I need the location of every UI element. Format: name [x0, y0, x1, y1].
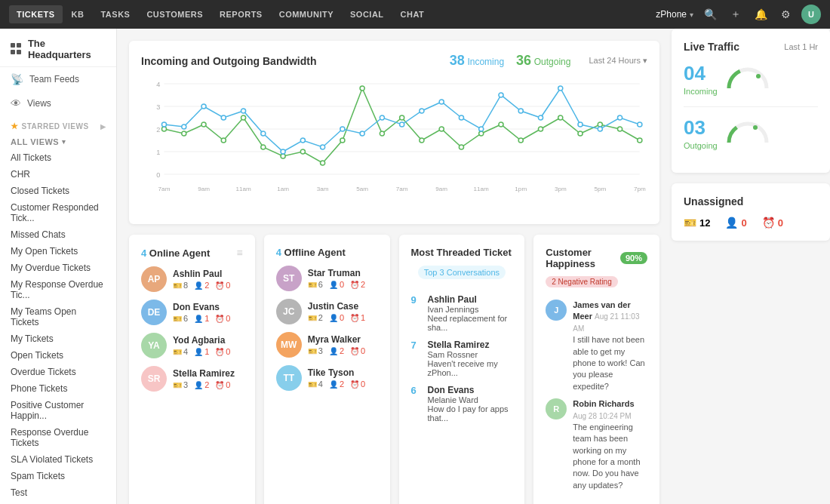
thread-num: 6: [411, 385, 422, 423]
sidebar-link[interactable]: All Tickets: [0, 149, 116, 166]
thread-info: Ashlin Paul Ivan Jennings Need replaceme…: [428, 294, 513, 332]
sidebar-link[interactable]: My Tickets: [0, 330, 116, 347]
svg-point-34: [380, 131, 384, 136]
svg-point-38: [459, 145, 463, 149]
all-views-row[interactable]: ALL VIEWS ▾: [0, 134, 116, 149]
bandwidth-card: Incoming and Outgoing Bandwidth 38 Incom…: [129, 41, 659, 224]
add-icon[interactable]: ＋: [727, 6, 744, 23]
feedback-list: J James van der Meer Aug 21 11:03 AM I s…: [546, 300, 647, 491]
nav-chat[interactable]: CHAT: [393, 5, 432, 23]
unassigned-overdue-count: 0: [778, 217, 783, 229]
svg-text:7am: 7am: [158, 186, 171, 192]
sidebar-link[interactable]: Spam Tickets: [0, 468, 116, 484]
overdue-stat: ⏰0: [350, 346, 365, 355]
sidebar-link[interactable]: Missed Chats: [0, 226, 116, 243]
incoming-gauge: [725, 66, 770, 92]
bottom-row: 4 Online Agent ≡ AP Ashlin Paul 🎫8 👤2 ⏰0…: [129, 235, 659, 504]
reassign-stat: 👤2: [194, 281, 209, 290]
sidebar-link[interactable]: Test: [0, 484, 116, 501]
nav-reports[interactable]: REPORTS: [212, 5, 270, 23]
nav-social[interactable]: SOCIAL: [343, 5, 392, 23]
svg-point-74: [753, 125, 758, 130]
user-avatar[interactable]: U: [801, 5, 821, 24]
agent-avatar: TT: [276, 365, 302, 391]
svg-text:0: 0: [156, 171, 160, 179]
bandwidth-header: Incoming and Outgoing Bandwidth 38 Incom…: [141, 53, 647, 69]
agent-name: Justin Case: [308, 301, 365, 312]
agent-stats: 🎫3 👤2 ⏰0: [308, 346, 365, 355]
nav-customers[interactable]: CUSTOMERS: [139, 5, 211, 23]
svg-text:5pm: 5pm: [594, 186, 606, 192]
feedback-row: R Robin Richards Aug 28 10:24 PM The eng…: [546, 398, 647, 491]
lt-incoming-label: Incoming: [684, 87, 718, 96]
outgoing-gauge: [725, 120, 770, 146]
sidebar-link[interactable]: My Open Tickets: [0, 243, 116, 260]
lt-outgoing-gauge-row: 03 Outgoing: [684, 116, 818, 150]
svg-point-73: [756, 74, 761, 78]
feedback-text: James van der Meer Aug 21 11:03 AM I sti…: [573, 300, 647, 392]
svg-text:9am: 9am: [198, 186, 210, 192]
sidebar-link[interactable]: Phone Tickets: [0, 380, 116, 397]
sidebar-org-header[interactable]: The Headquarters: [0, 29, 116, 67]
sidebar-link[interactable]: Response Overdue Tickets: [0, 424, 116, 451]
svg-text:7am: 7am: [396, 186, 408, 192]
lt-outgoing-number: 03: [684, 116, 718, 140]
sidebar-link[interactable]: Closed Tickets: [0, 183, 116, 199]
sidebar-item-views[interactable]: 👁 Views: [0, 91, 116, 115]
sidebar-link[interactable]: CHR: [0, 166, 116, 183]
feedback-name: Robin Richards: [573, 399, 634, 408]
overdue-stat-icon: ⏰: [215, 348, 224, 356]
reassign-stat: 👤1: [194, 347, 209, 356]
nav-tickets[interactable]: TICKETS: [9, 5, 63, 23]
sidebar-link[interactable]: Customer Responded Tick...: [0, 199, 116, 226]
agent-name: Yod Agbaria: [173, 335, 230, 346]
grid-icon: [11, 43, 22, 55]
ticket-stat-icon: 🎫: [308, 347, 317, 355]
sidebar-item-team-feeds[interactable]: 📡 Team Feeds: [0, 67, 116, 91]
overdue-stat-icon: ⏰: [350, 347, 359, 355]
svg-point-25: [201, 122, 206, 127]
agent-stats: 🎫4 👤2 ⏰0: [308, 380, 365, 389]
reassign-stat-icon: 👤: [194, 348, 203, 356]
svg-point-71: [618, 115, 622, 120]
agent-avatar: JC: [276, 299, 302, 324]
sidebar-link[interactable]: Positive Customer Happin...: [0, 397, 116, 424]
sidebar-link[interactable]: My Response Overdue Tic...: [0, 276, 116, 303]
thread-subject: Haven't receive my zPhon...: [428, 359, 513, 377]
thread-subtitle: Top 3 Conversations: [418, 266, 506, 279]
sidebar-link[interactable]: SLA Violated Tickets: [0, 451, 116, 468]
sidebar-link[interactable]: Open Tickets: [0, 347, 116, 364]
sidebar-link[interactable]: My Overdue Tickets: [0, 260, 116, 276]
svg-point-55: [300, 138, 305, 143]
overdue-stat-icon: ⏰: [350, 281, 359, 289]
ticket-stat: 🎫8: [173, 281, 188, 290]
nav-tasks[interactable]: TASKS: [93, 5, 137, 23]
lt-incoming-gauge-row: 04 Incoming: [684, 62, 818, 96]
svg-text:4: 4: [156, 81, 160, 88]
main-content: Incoming and Outgoing Bandwidth 38 Incom…: [117, 29, 672, 504]
sidebar-link[interactable]: Overdue Tickets: [0, 364, 116, 380]
svg-point-35: [400, 115, 404, 120]
svg-point-33: [360, 86, 364, 91]
svg-text:1: 1: [156, 149, 160, 156]
agent-icon: 👤: [725, 217, 738, 229]
overdue-stat: ⏰0: [215, 281, 230, 290]
reassign-stat-icon: 👤: [329, 281, 338, 289]
agent-row: ST Star Truman 🎫6 👤0 ⏰2: [276, 266, 378, 291]
svg-point-69: [578, 122, 583, 127]
sidebar-link[interactable]: Tickets for review: [0, 501, 116, 504]
sidebar-link[interactable]: My Teams Open Tickets: [0, 303, 116, 330]
thread-num: 7: [411, 340, 422, 377]
agent-avatar: DE: [141, 300, 167, 325]
svg-point-52: [241, 109, 246, 113]
reassign-stat-icon: 👤: [329, 314, 338, 322]
settings-icon[interactable]: ⚙: [778, 7, 794, 22]
thread-list: 9 Ashlin Paul Ivan Jennings Need replace…: [411, 294, 513, 423]
bandwidth-time[interactable]: Last 24 Hours ▾: [589, 56, 647, 66]
search-icon[interactable]: 🔍: [701, 7, 720, 22]
nav-kb[interactable]: KB: [64, 5, 92, 23]
org-name: The Headquarters: [28, 38, 106, 60]
nav-community[interactable]: COMMUNITY: [272, 5, 341, 23]
notifications-icon[interactable]: 🔔: [752, 7, 770, 22]
offline-agents-list: ST Star Truman 🎫6 👤0 ⏰2 JC Justin Case 🎫…: [276, 266, 378, 391]
